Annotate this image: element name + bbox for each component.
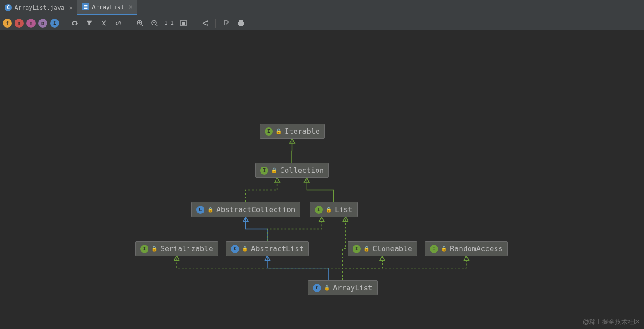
type-icon: C (313, 284, 321, 292)
fields-toggle-icon[interactable]: f (3, 19, 12, 28)
diagram-node-cloneable[interactable]: I🔒Cloneable (348, 241, 417, 256)
edge-arraylist-to-serializable (177, 256, 343, 280)
edge-arraylist-to-randomaccess (343, 256, 467, 280)
lock-icon: 🔒 (441, 246, 447, 252)
diagram-node-serializable[interactable]: I🔒Serializable (135, 241, 218, 256)
constructors-toggle-icon[interactable]: m (15, 19, 24, 28)
lock-icon: 🔒 (207, 207, 214, 213)
toolbar-separator (129, 19, 129, 28)
edge-arraylist-to-abstractlist (267, 256, 329, 280)
properties-toggle-icon[interactable]: p (38, 19, 47, 28)
type-icon: I (265, 127, 273, 136)
node-label: Cloneable (373, 244, 412, 253)
node-label: AbstractCollection (216, 205, 295, 214)
close-icon[interactable]: × (128, 3, 132, 10)
toolbar-separator (215, 19, 216, 28)
zoom-out-icon[interactable] (148, 17, 160, 29)
diagram-node-arraylist[interactable]: C🔒ArrayList (308, 280, 378, 295)
node-label: Iterable (285, 127, 320, 136)
editor-tabs: C ArrayList.java × ☵ ArrayList × (0, 0, 644, 15)
lock-icon: 🔒 (242, 246, 248, 252)
node-label: List (335, 205, 353, 214)
type-icon: C (231, 245, 239, 253)
edge-arraylist-to-cloneable (343, 256, 383, 280)
watermark: @稀土掘金技术社区 (583, 318, 640, 326)
lock-icon: 🔒 (276, 128, 282, 134)
node-label: Collection (280, 166, 324, 175)
node-label: ArrayList (333, 283, 373, 292)
edge-collection-to-iterable (292, 139, 292, 163)
diagram-icon: ☵ (82, 3, 89, 10)
link-icon[interactable] (112, 17, 124, 29)
lock-icon: 🔒 (363, 246, 370, 252)
lock-icon: 🔒 (151, 246, 158, 252)
fit-content-icon[interactable] (178, 17, 189, 29)
edge-list-to-collection (307, 178, 333, 202)
close-icon[interactable]: × (69, 4, 73, 11)
print-icon[interactable] (235, 17, 247, 29)
class-file-icon: C (5, 4, 12, 11)
type-icon: C (196, 206, 204, 214)
filter-icon[interactable] (83, 17, 95, 29)
inner-classes-toggle-icon[interactable]: I (50, 19, 59, 28)
type-icon: I (260, 167, 268, 175)
tab-arraylist-java[interactable]: C ArrayList.java × (0, 0, 77, 15)
diagram-node-collection[interactable]: I🔒Collection (255, 163, 329, 178)
edge-abstractlist-to-abstractcollection (246, 217, 268, 241)
diagram-node-abstractcollection[interactable]: C🔒AbstractCollection (191, 202, 300, 217)
diagram-canvas[interactable]: @稀土掘金技术社区 I🔒IterableI🔒CollectionC🔒Abstra… (0, 31, 644, 329)
share-icon[interactable] (199, 17, 211, 29)
lock-icon: 🔒 (326, 207, 332, 213)
methods-toggle-icon[interactable]: m (26, 19, 36, 28)
type-icon: I (140, 245, 148, 253)
tab-arraylist-diagram[interactable]: ☵ ArrayList × (77, 0, 137, 15)
tab-label: ArrayList.java (15, 4, 65, 11)
lock-icon: 🔒 (271, 167, 277, 173)
lock-icon: 🔒 (324, 285, 330, 291)
edge-abstractlist-to-list (267, 217, 322, 241)
tab-label: ArrayList (92, 4, 124, 10)
type-icon: I (353, 245, 361, 253)
svg-rect-3 (182, 22, 185, 25)
edge-arraylist-to-list (343, 217, 346, 280)
zoom-actual-icon[interactable]: 1:1 (163, 17, 175, 29)
zoom-in-icon[interactable] (134, 17, 146, 29)
type-icon: I (315, 206, 323, 214)
export-icon[interactable] (220, 17, 232, 29)
diagram-node-randomaccess[interactable]: I🔒RandomAccess (425, 241, 508, 256)
diagram-node-iterable[interactable]: I🔒Iterable (260, 124, 325, 139)
layout-icon[interactable] (98, 17, 110, 29)
node-label: RandomAccess (450, 244, 503, 253)
diagram-node-list[interactable]: I🔒List (310, 202, 358, 217)
edge-abstractcollection-to-collection (246, 178, 277, 202)
visibility-icon[interactable] (69, 17, 81, 29)
toolbar-separator (194, 19, 194, 28)
node-label: AbstractList (251, 244, 304, 253)
diagram-node-abstractlist[interactable]: C🔒AbstractList (226, 241, 309, 256)
node-label: Serializable (160, 244, 213, 253)
toolbar-separator (64, 19, 64, 28)
type-icon: I (430, 245, 438, 253)
diagram-toolbar: f m m p I 1:1 (0, 15, 644, 31)
